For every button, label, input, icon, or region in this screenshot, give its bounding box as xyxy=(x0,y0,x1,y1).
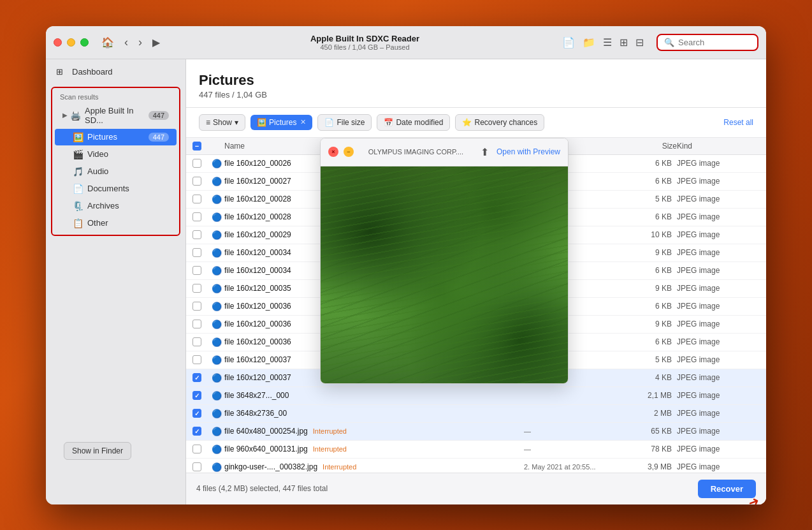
preview-x-button[interactable]: − xyxy=(344,147,354,157)
back-button[interactable]: ‹ xyxy=(122,33,131,52)
sidebar-item-device[interactable]: ▶ 🖨️ Apple Built In SD... 447 xyxy=(55,103,177,128)
traffic-lights xyxy=(54,38,89,47)
home-button[interactable]: 🏠 xyxy=(99,34,117,51)
row-18-checkbox[interactable] xyxy=(192,462,201,471)
row-7-kind: JPEG image xyxy=(677,266,760,275)
sidebar: ⊞ Dashboard Scan results ▶ 🖨️ Apple Buil… xyxy=(46,59,186,504)
row-17-size: 78 KB xyxy=(626,445,677,453)
row-14-checkbox[interactable] xyxy=(192,391,201,400)
table-row[interactable]: 🔵 file 3648x27..._000 2,1 MB JPEG image xyxy=(186,387,766,405)
view-split-button[interactable]: ⊟ xyxy=(633,34,646,51)
recovery-chances-filter-button[interactable]: ⭐ Recovery chances xyxy=(455,114,544,131)
sidebar-item-audio[interactable]: 🎵 Audio xyxy=(55,163,177,180)
row-2-checkbox[interactable] xyxy=(192,177,201,186)
show-filter-button[interactable]: ≡ Show ▾ xyxy=(199,114,245,131)
play-button[interactable]: ▶ xyxy=(150,34,163,51)
jpeg-icon: 🔵 xyxy=(212,302,224,311)
reset-all-button[interactable]: Reset all xyxy=(723,118,753,127)
select-all-checkbox[interactable] xyxy=(192,142,201,151)
row-3-checkbox[interactable] xyxy=(192,195,201,203)
jpeg-icon: 🔵 xyxy=(212,320,224,329)
share-icon: ⬆ xyxy=(481,146,489,158)
row-16-size: 65 KB xyxy=(626,427,677,436)
jpeg-icon: 🔵 xyxy=(212,427,224,436)
sidebar-item-pictures[interactable]: 🖼️ Pictures 447 xyxy=(55,129,177,145)
preview-share-button[interactable]: ⬆ xyxy=(478,144,491,161)
search-box[interactable]: 🔍 xyxy=(656,34,758,51)
forward-icon: › xyxy=(138,36,142,49)
table-row[interactable]: 🔵 file 960x640_000131.jpg Interrupted — … xyxy=(186,441,766,459)
name-header: Name xyxy=(224,142,245,151)
home-icon: 🏠 xyxy=(101,36,114,48)
row-7-checkbox[interactable] xyxy=(192,266,201,275)
sidebar-item-video[interactable]: 🎬 Video xyxy=(55,146,177,163)
sidebar-item-other[interactable]: 📋 Other xyxy=(55,215,177,232)
preview-header: × − OLYMPUS IMAGING CORP.... ⬆ Open with… xyxy=(321,138,568,166)
header-checkbox-col xyxy=(192,142,212,151)
row-15-checkbox[interactable] xyxy=(192,409,201,418)
preview-close-button[interactable]: × xyxy=(328,147,338,157)
maximize-button[interactable] xyxy=(80,38,89,47)
file-size-filter-button[interactable]: 📄 File size xyxy=(317,114,372,131)
view-grid-button[interactable]: ⊞ xyxy=(617,34,630,51)
date-modified-filter-button[interactable]: 📅 Date modified xyxy=(377,114,450,131)
forward-button[interactable]: › xyxy=(136,33,145,52)
header-name-col[interactable]: Name xyxy=(224,142,245,151)
row-14-name: file 3648x27..._000 xyxy=(224,391,294,400)
row-9-checkbox[interactable] xyxy=(192,302,201,311)
row-6-checkbox[interactable] xyxy=(192,248,201,257)
row-15-name: file 3648x2736_00 xyxy=(224,409,292,418)
row-17-kind: JPEG image xyxy=(677,445,760,453)
audio-icon: 🎵 xyxy=(73,166,83,177)
preview-image xyxy=(321,166,568,383)
preview-popup: × − OLYMPUS IMAGING CORP.... ⬆ Open with… xyxy=(320,138,569,384)
row-3-size: 5 KB xyxy=(626,195,677,203)
view-folder-button[interactable]: 📁 xyxy=(580,34,598,51)
row-13-checkbox[interactable] xyxy=(192,373,201,382)
sidebar-item-archives[interactable]: 🗜️ Archives xyxy=(55,198,177,214)
pictures-filter-tag[interactable]: 🖼️ Pictures ✕ xyxy=(250,115,312,130)
row-3-kind: JPEG image xyxy=(677,195,760,203)
row-6-name: file 160x120_00034 xyxy=(224,248,296,257)
row-16-date: — xyxy=(524,427,626,435)
recovery-chances-label: Recovery chances xyxy=(474,118,537,127)
row-9-kind: JPEG image xyxy=(677,302,760,311)
row-5-size: 10 KB xyxy=(626,230,677,239)
pictures-filter-close[interactable]: ✕ xyxy=(300,118,306,126)
row-12-checkbox[interactable] xyxy=(192,355,201,364)
view-list-button[interactable]: ☰ xyxy=(600,34,614,51)
close-button[interactable] xyxy=(54,38,62,47)
main-window: 🏠 ‹ › ▶ Apple Built In SDXC Reader 450 f… xyxy=(46,26,766,504)
search-input[interactable] xyxy=(678,38,751,47)
row-12-kind: JPEG image xyxy=(677,355,760,364)
jpeg-icon: 🔵 xyxy=(212,195,224,204)
scan-results-section: Scan results ▶ 🖨️ Apple Built In SD... 4… xyxy=(51,87,180,236)
open-with-preview-button[interactable]: Open with Preview xyxy=(497,147,560,156)
list-icon: ☰ xyxy=(603,36,612,48)
chevron-icon: ▶ xyxy=(62,112,68,119)
row-18-date: 2. May 2021 at 20:55... xyxy=(524,463,626,471)
grid-icon: ⊞ xyxy=(620,36,628,48)
row-4-name: file 160x120_00028 xyxy=(224,212,296,221)
row-17-checkbox[interactable] xyxy=(192,445,201,453)
sidebar-item-documents[interactable]: 📄 Documents xyxy=(55,180,177,197)
file-icon: 📄 xyxy=(562,36,575,48)
row-11-checkbox[interactable] xyxy=(192,337,201,346)
row-4-checkbox[interactable] xyxy=(192,212,201,221)
minimize-button[interactable] xyxy=(67,38,75,47)
jpeg-icon: 🔵 xyxy=(212,391,224,401)
row-1-checkbox[interactable] xyxy=(192,159,201,168)
row-16-checkbox[interactable] xyxy=(192,427,201,436)
row-10-checkbox[interactable] xyxy=(192,320,201,328)
row-5-checkbox[interactable] xyxy=(192,230,201,239)
show-in-finder-button[interactable]: Show in Finder xyxy=(64,442,131,460)
table-row[interactable]: 🔵 file 640x480_000254.jpg Interrupted — … xyxy=(186,423,766,441)
view-file-button[interactable]: 📄 xyxy=(560,34,577,51)
row-8-checkbox[interactable] xyxy=(192,284,201,293)
sidebar-item-dashboard[interactable]: ⊞ Dashboard xyxy=(46,59,185,84)
table-row[interactable]: 🔵 ginkgo-user-...._000382.jpg Interrupte… xyxy=(186,459,766,473)
row-4-kind: JPEG image xyxy=(677,212,760,221)
table-row[interactable]: 🔵 file 3648x2736_00 2 MB JPEG image xyxy=(186,405,766,423)
recover-button[interactable]: Recover xyxy=(698,480,756,498)
row-8-name: file 160x120_00035 xyxy=(224,284,296,293)
